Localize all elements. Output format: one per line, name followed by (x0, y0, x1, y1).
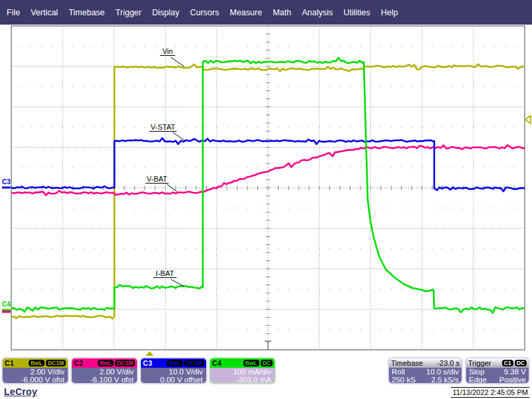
minor-dot (267, 86, 268, 87)
minor-dot (380, 167, 381, 168)
minor-dot (63, 46, 63, 47)
minor-dot (31, 329, 32, 330)
minor-dot (155, 167, 156, 168)
channel-id: C4 (212, 359, 221, 367)
minor-dot (237, 329, 237, 330)
minor-dot (288, 329, 289, 330)
minor-dot (82, 248, 83, 249)
minor-dot (493, 329, 494, 330)
minor-dot (380, 289, 381, 289)
minor-dot (319, 289, 320, 289)
minor-dot (227, 167, 227, 168)
minor-dot (82, 289, 83, 289)
minor-dot (63, 248, 63, 249)
menu-item-utilities[interactable]: Utilities (343, 8, 370, 17)
minor-dot (72, 46, 73, 47)
minor-dot (165, 207, 166, 208)
minor-dot (504, 46, 505, 47)
minor-dot (401, 127, 402, 128)
trigger-time-marker[interactable] (146, 351, 154, 356)
menu-item-vertical[interactable]: Vertical (31, 8, 58, 17)
minor-dot (350, 167, 350, 168)
bwl-badge: BwL (29, 360, 45, 366)
offset-value: -6.100 V ofst (72, 376, 137, 384)
minor-dot (483, 167, 484, 168)
channel-descriptor-c3[interactable]: C3 BwLDC1M 10.0 V/div 0.00 V offset (140, 357, 207, 384)
channel-descriptor-c1[interactable]: C1 BwLDC1M 2.00 V/div -6.000 V ofst (1, 357, 69, 384)
channel-id: C2 (74, 359, 83, 367)
channel-descriptor-c2[interactable]: C2 BwLDC1M 2.00 V/div -6.100 V ofst (70, 357, 138, 384)
minor-dot (514, 329, 515, 330)
coupling-badge: DC1M (46, 360, 66, 366)
minor-dot (227, 46, 227, 47)
minor-dot (299, 167, 299, 168)
minor-dot (196, 329, 196, 330)
minor-dot (422, 329, 422, 330)
minor-dot (463, 167, 464, 168)
minor-dot (124, 289, 124, 289)
minor-dot (186, 127, 186, 128)
minor-dot (442, 248, 443, 249)
minor-dot (412, 289, 412, 289)
minor-dot (21, 248, 22, 249)
bwl-badge: BwL (243, 360, 259, 366)
oscilloscope-screen: File Vertical Timebase Trigger Display C… (0, 0, 532, 399)
minor-dot (144, 329, 145, 330)
minor-dot (391, 167, 392, 168)
menu-item-measure[interactable]: Measure (229, 8, 262, 17)
minor-dot (52, 329, 53, 330)
menu-item-math[interactable]: Math (273, 8, 291, 17)
menu-item-trigger[interactable]: Trigger (116, 8, 142, 17)
menu-item-analysis[interactable]: Analysis (302, 8, 333, 17)
minor-dot (391, 127, 392, 128)
minor-dot (412, 207, 412, 208)
menu-item-display[interactable]: Display (152, 8, 180, 17)
minor-dot (93, 329, 94, 330)
menu-item-cursors[interactable]: Cursors (190, 8, 219, 17)
timebase-descriptor[interactable]: Timebase-23.0 s Roll10.0 s/div 250 kS2.5… (388, 357, 463, 384)
menu-item-file[interactable]: File (7, 8, 20, 17)
minor-dot (339, 329, 340, 330)
minor-dot (82, 127, 83, 128)
waveform-display[interactable]: VinV-STATV-BATI-BATC3C4 (0, 0, 532, 399)
minor-dot (52, 167, 53, 168)
minor-dot (206, 329, 207, 330)
status-strip: LeCroy 11/13/2022 2:45:05 PM (0, 386, 532, 399)
minor-dot (134, 248, 135, 249)
menu-item-timebase[interactable]: Timebase (68, 8, 104, 17)
minor-dot (186, 248, 186, 249)
minor-dot (196, 167, 196, 168)
trigger-level-marker[interactable] (525, 116, 531, 124)
minor-dot (124, 46, 124, 47)
channel-descriptor-c4[interactable]: C4 BwLDC 100 mA/div -303.0 mA (209, 357, 276, 384)
minor-dot (278, 289, 279, 289)
timebase-title: Timebase (391, 359, 423, 367)
minor-dot (442, 207, 443, 208)
minor-dot (267, 248, 268, 249)
minor-dot (186, 289, 186, 289)
coupling-badge: DC (261, 360, 273, 366)
minor-dot (144, 207, 145, 208)
minor-dot (339, 86, 340, 87)
minor-dot (134, 207, 135, 208)
minor-dot (401, 248, 402, 249)
minor-dot (452, 167, 453, 168)
menu-item-help[interactable]: Help (381, 8, 398, 17)
minor-dot (93, 207, 94, 208)
minor-dot (319, 167, 320, 168)
minor-dot (463, 86, 464, 87)
minor-dot (175, 167, 176, 168)
minor-dot (186, 167, 186, 168)
minor-dot (463, 289, 464, 289)
minor-dot (124, 167, 124, 168)
trace-label-I-BAT: I-BAT (156, 269, 174, 277)
minor-dot (319, 248, 320, 249)
minor-dot (504, 127, 505, 128)
minor-dot (237, 167, 237, 168)
minor-dot (483, 289, 484, 289)
minor-dot (144, 86, 145, 87)
minor-dot (52, 127, 53, 128)
trigger-descriptor[interactable]: Trigger C1DC Stop9.38 V EdgePositive (465, 357, 530, 384)
minor-dot (216, 207, 217, 208)
minor-dot (370, 127, 371, 128)
